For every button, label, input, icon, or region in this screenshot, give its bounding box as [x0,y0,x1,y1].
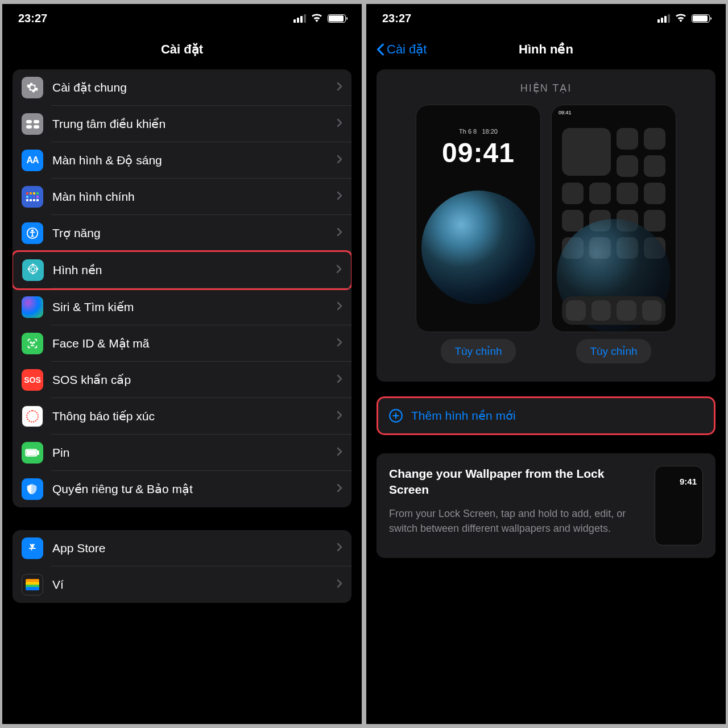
chevron-right-icon [337,191,342,202]
settings-row-faceid[interactable]: Face ID & Mật mã [13,325,351,362]
home-screen-preview[interactable]: 09:41 [551,105,676,332]
page-title: Cài đặt [161,42,203,57]
row-label: Màn hình chính [52,190,337,204]
customize-lock-button[interactable]: Tùy chỉnh [441,339,515,363]
appstore-icon [22,537,43,559]
faceid-icon [22,333,43,354]
chevron-right-icon [337,82,342,93]
nav-header: Cài đặt [2,30,362,69]
lock-preview: Th 6 8 18:20 09:41 Tùy chỉnh [416,105,541,363]
tip-title: Change your Wallpaper from the Lock Scre… [389,466,643,498]
row-label: Ví [52,578,337,592]
section-header: HIỆN TẠI [386,82,706,94]
svg-point-3 [31,267,35,271]
row-label: Thông báo tiếp xúc [52,410,337,423]
chevron-right-icon [337,483,342,495]
chevron-right-icon [337,374,342,386]
wallet-icon [22,574,43,595]
settings-row-control[interactable]: Trung tâm điều khiển [13,106,351,142]
wallpaper-previews: Th 6 8 18:20 09:41 Tùy chỉnh 09:41 [386,105,706,363]
settings-row-display[interactable]: AA Màn hình & Độ sáng [13,142,351,179]
settings-row-sos[interactable]: SOS SOS khẩn cấp [13,362,351,398]
battery-icon [328,14,346,23]
add-wallpaper-label: Thêm hình nền mới [411,409,516,423]
battery-icon [692,14,710,23]
add-wallpaper-button[interactable]: Thêm hình nền mới [377,396,715,435]
svg-point-6 [28,268,30,270]
lock-screen-preview[interactable]: Th 6 8 18:20 09:41 [416,105,541,332]
status-time: 23:27 [382,12,411,25]
wifi-icon [675,12,687,25]
home-time: 09:41 [559,110,572,115]
nav-header: Cài đặt Hình nền [366,30,726,69]
chevron-right-icon [337,338,342,349]
status-bar: 23:27 [366,4,726,30]
wallpaper-content: HIỆN TẠI Th 6 8 18:20 09:41 Tùy chỉnh 09… [366,69,726,724]
status-indicators [657,12,710,25]
back-button[interactable]: Cài đặt [377,42,427,57]
status-indicators [293,12,346,25]
control-icon [22,113,43,135]
settings-row-wallpaper[interactable]: Hình nền [13,250,351,290]
status-time: 23:27 [18,12,47,25]
svg-point-8 [30,342,31,343]
settings-row-home[interactable]: Màn hình chính [13,179,351,215]
home-preview: 09:41 Tùy chỉnh [551,105,676,363]
cellular-icon [657,14,670,23]
lock-date: Th 6 8 18:20 [416,128,540,135]
tip-thumbnail: 9:41 [655,466,703,545]
chevron-right-icon [336,264,342,276]
general-icon [22,77,43,98]
chevron-right-icon [337,118,342,130]
svg-point-1 [32,230,34,231]
row-label: Trợ năng [52,226,337,240]
settings-screen: 23:27 Cài đặt Cài đặt chung Trung tâm đi… [2,4,362,724]
access-icon [22,222,43,244]
settings-row-general[interactable]: Cài đặt chung [13,69,351,106]
settings-row-exposure[interactable]: Thông báo tiếp xúc [13,398,351,435]
settings-list: Cài đặt chung Trung tâm điều khiển AA Mà… [2,69,362,724]
chevron-right-icon [337,301,342,313]
customize-home-button[interactable]: Tùy chỉnh [576,339,651,363]
privacy-icon [22,478,43,500]
row-label: Pin [52,446,337,460]
status-bar: 23:27 [2,4,362,30]
svg-rect-11 [27,450,36,455]
page-title: Hình nền [519,42,573,57]
row-label: Màn hình & Độ sáng [52,154,337,167]
wallpaper-icon [22,259,44,281]
svg-point-5 [32,272,34,274]
row-label: SOS khẩn cấp [52,373,337,387]
chevron-right-icon [337,411,342,422]
svg-point-2 [29,265,38,274]
cellular-icon [293,14,306,23]
settings-row-privacy[interactable]: Quyền riêng tư & Bảo mật [13,471,351,507]
chevron-right-icon [337,543,342,554]
row-label: App Store [52,541,337,555]
svg-point-9 [34,342,35,343]
display-icon: AA [22,150,43,171]
settings-row-access[interactable]: Trợ năng [13,215,351,251]
wifi-icon [311,12,323,25]
chevron-right-icon [337,155,342,166]
settings-row-siri[interactable]: Siri & Tìm kiếm [13,289,351,325]
settings-group-2: App Store Ví [13,530,351,603]
earth-wallpaper [421,191,535,304]
exposure-icon [22,406,43,427]
settings-row-battery[interactable]: Pin [13,435,351,471]
siri-icon [22,296,43,318]
sos-icon: SOS [22,369,43,391]
settings-row-wallet[interactable]: Ví [13,566,351,603]
row-label: Face ID & Mật mã [52,337,337,350]
row-label: Siri & Tìm kiếm [52,300,337,314]
tip-thumb-time: 9:41 [680,477,697,486]
row-label: Trung tâm điều khiển [52,117,337,131]
chevron-right-icon [337,579,342,590]
back-label: Cài đặt [387,42,427,57]
row-label: Cài đặt chung [52,81,337,94]
battery-icon [22,442,43,464]
row-label: Quyền riêng tư & Bảo mật [52,482,337,496]
chevron-right-icon [337,447,342,458]
svg-point-4 [32,264,34,266]
settings-row-appstore[interactable]: App Store [13,530,351,566]
